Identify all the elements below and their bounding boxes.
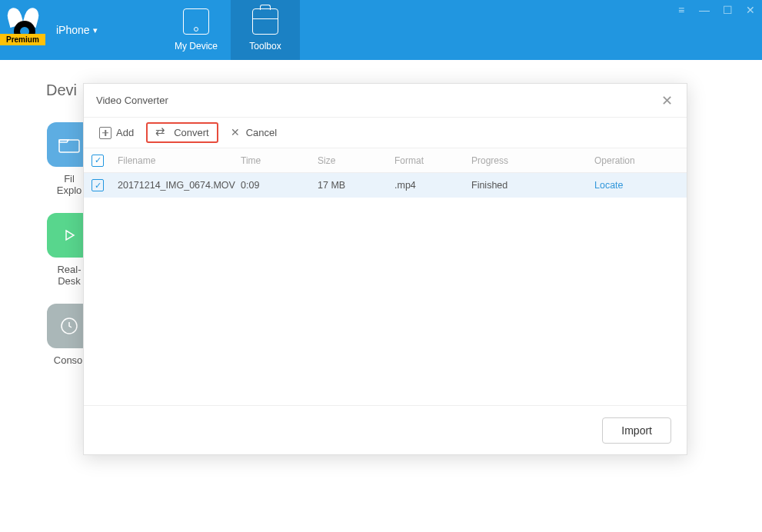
col-progress[interactable]: Progress — [471, 155, 594, 166]
swap-icon — [155, 128, 169, 138]
svg-marker-1 — [66, 231, 74, 240]
col-format[interactable]: Format — [394, 155, 471, 166]
dialog-footer: Import — [84, 405, 687, 454]
button-label: Add — [116, 127, 134, 138]
tab-toolbox[interactable]: Toolbox — [231, 0, 300, 60]
close-window-button[interactable]: ✕ — [739, 0, 762, 20]
button-label: Cancel — [246, 127, 277, 138]
tool-label: Real- Desk — [57, 264, 81, 287]
plus-icon — [99, 127, 111, 139]
app-header: Premium iPhone My Device Toolbox ≡ — ☐ ✕ — [0, 0, 762, 60]
dialog-toolbar: Add Convert Cancel — [84, 118, 687, 148]
cell-filename: 20171214_IMG_0674.MOV — [118, 180, 241, 191]
tab-label: Toolbox — [249, 41, 281, 52]
minimize-button[interactable]: — — [693, 0, 716, 20]
col-time[interactable]: Time — [241, 155, 318, 166]
cancel-button[interactable]: Cancel — [223, 124, 285, 141]
dialog-title: Video Converter — [96, 95, 168, 106]
cell-progress: Finished — [471, 180, 594, 191]
cell-size: 17 MB — [318, 180, 394, 191]
cell-format: .mp4 — [394, 180, 471, 191]
tablet-icon — [183, 8, 209, 35]
select-all-checkbox[interactable]: ✓ — [92, 155, 104, 167]
import-button[interactable]: Import — [602, 417, 671, 444]
tab-label: My Device — [175, 41, 218, 52]
row-checkbox[interactable]: ✓ — [92, 179, 104, 191]
convert-button[interactable]: Convert — [146, 122, 218, 143]
table-row[interactable]: ✓ 20171214_IMG_0674.MOV 0:09 17 MB .mp4 … — [84, 173, 687, 198]
close-icon[interactable]: ✕ — [659, 93, 674, 108]
main-tabs: My Device Toolbox — [161, 0, 300, 60]
button-label: Convert — [174, 127, 209, 138]
add-button[interactable]: Add — [92, 124, 141, 142]
cell-time: 0:09 — [241, 180, 318, 191]
col-operation[interactable]: Operation — [594, 155, 679, 166]
col-size[interactable]: Size — [318, 155, 394, 166]
maximize-button[interactable]: ☐ — [716, 0, 739, 20]
device-selector[interactable]: iPhone — [56, 24, 98, 36]
tab-my-device[interactable]: My Device — [161, 0, 231, 60]
table-header: ✓ Filename Time Size Format Progress Ope… — [84, 148, 687, 173]
logo-area: Premium iPhone — [0, 0, 161, 60]
video-converter-dialog: Video Converter ✕ Add Convert Cancel ✓ F… — [83, 83, 687, 455]
menu-icon[interactable]: ≡ — [670, 0, 693, 20]
col-filename[interactable]: Filename — [118, 155, 241, 166]
tool-label: Fil Explo — [57, 173, 82, 196]
toolbox-icon — [252, 8, 278, 35]
locate-link[interactable]: Locate — [594, 180, 679, 191]
x-icon — [231, 128, 241, 138]
dialog-header: Video Converter ✕ — [84, 84, 687, 118]
window-controls: ≡ — ☐ ✕ — [670, 0, 762, 20]
premium-badge: Premium — [0, 34, 45, 45]
tool-label: Consol — [54, 354, 85, 366]
